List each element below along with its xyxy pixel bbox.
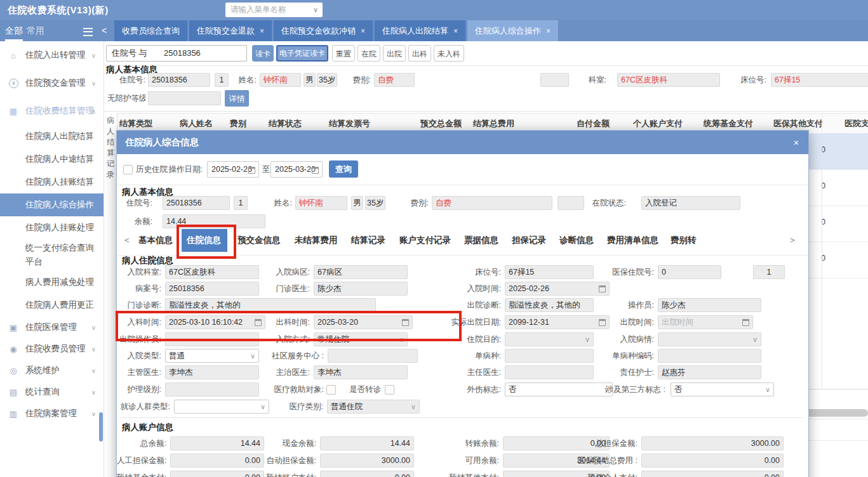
actual-discharge-date-field[interactable]: 2099-12-31	[505, 315, 610, 329]
close-icon[interactable]: ×	[787, 131, 806, 154]
dialog-tab[interactable]: 费用清单信息	[607, 229, 658, 252]
discharge-diagnosis-field[interactable]: 脂溢性皮炎，其他的	[505, 298, 594, 312]
admission-no-field[interactable]: 25018356	[163, 196, 230, 210]
sidebar-group-billing-settle[interactable]: ▦住院收费结算管理∧	[0, 97, 103, 125]
cash-balance-field[interactable]: 14.44	[320, 436, 414, 450]
doc-tab[interactable]: 住院病人综合操作×	[467, 20, 558, 41]
toolbar-button[interactable]: 电子凭证读卡	[276, 45, 328, 62]
menu-search-input[interactable]: 请输入菜单名称 ∨	[225, 3, 323, 17]
dialog-tab[interactable]: 基本信息	[138, 229, 173, 252]
sidebar-item[interactable]: 住院病人挂账结算	[0, 171, 103, 193]
total-guarantee-field[interactable]: 3000.00	[641, 436, 784, 450]
toolbar-button[interactable]: 重置	[332, 45, 355, 62]
doc-tab[interactable]: 住院预交金退款×	[189, 20, 272, 41]
single-disease-code-field[interactable]	[658, 349, 761, 363]
table-column-header[interactable]: 医院支付	[845, 114, 868, 134]
single-disease-field[interactable]	[505, 349, 594, 363]
clinic-diagnosis-field[interactable]: 脂溢性皮炎，其他的	[165, 298, 376, 312]
dialog-tab[interactable]: 住院信息	[187, 229, 221, 252]
history-stay-checkbox[interactable]	[123, 165, 133, 174]
total-balance-field[interactable]: 14.44	[170, 436, 264, 450]
treating-doctor-field[interactable]: 李坤杰	[314, 365, 408, 379]
bed-no-field[interactable]: 67择15	[505, 265, 594, 279]
tab-scroll-left-icon[interactable]: <	[102, 20, 107, 41]
date-to-input[interactable]: 2025-03-20	[270, 161, 323, 178]
detail-button[interactable]: 详情	[225, 90, 249, 107]
dialog-tab[interactable]: 结算记录	[351, 229, 385, 252]
toolbar-button[interactable]: 出院	[383, 45, 406, 62]
sidebar-item[interactable]: 住院病人综合操作	[0, 193, 103, 216]
query-button[interactable]: 查询	[329, 160, 358, 178]
admit-ward-field[interactable]: 67病区	[314, 265, 408, 279]
care-level-field[interactable]	[148, 91, 221, 105]
sidebar-group-insurance[interactable]: ▣住院医保管理∨	[0, 317, 103, 338]
toolbar-button[interactable]: 未入科	[434, 45, 464, 62]
presettle-fund-field[interactable]: 0.00	[170, 471, 264, 477]
manual-guarantee-field[interactable]: 0.00	[170, 454, 264, 467]
sidebar-group-stats[interactable]: ▤统计查询∨	[0, 381, 103, 403]
attending-doctor-field[interactable]: 李坤杰	[165, 365, 259, 379]
dialog-tab[interactable]: 账户支付记录	[399, 229, 451, 252]
close-icon[interactable]: ×	[260, 27, 264, 36]
menu-collapse-icon[interactable]	[83, 28, 93, 36]
charge-nurse-field[interactable]: 赵惠芬	[658, 365, 761, 379]
admission-no-field[interactable]: 25018356	[148, 73, 210, 87]
nav-filter-common[interactable]: 常用	[27, 20, 44, 41]
sidebar-item[interactable]: 病人费用减免处理	[0, 271, 103, 294]
nursing-level-field[interactable]	[165, 382, 259, 396]
dialog-tab[interactable]: 担保记录	[512, 229, 546, 252]
sidebar-group-prepay[interactable]: ¥住院预交金管理∨	[0, 69, 103, 97]
admit-type-select[interactable]: 普通∨	[165, 349, 259, 363]
fee-type-field[interactable]: 自费	[432, 196, 552, 210]
dialog-tab[interactable]: 诊断信息	[559, 229, 594, 252]
community-center-field[interactable]	[328, 349, 418, 363]
insurance-presettle-total-field[interactable]: 0.00	[641, 454, 784, 467]
third-party-flag-select[interactable]: 否∨	[671, 382, 774, 396]
query-value[interactable]: 25018356	[164, 46, 201, 61]
insurance-no-field[interactable]: 0	[658, 265, 721, 279]
medical-category-select[interactable]: 普通住院∨	[327, 400, 420, 414]
dialog-tab[interactable]: 票据信息	[464, 229, 498, 252]
dialog-tab[interactable]: 费别转	[671, 229, 697, 252]
admit-condition-select[interactable]: ∨	[658, 332, 761, 346]
admit-time-field[interactable]: 2025-02-26	[505, 282, 610, 296]
sidebar-group-records[interactable]: ▥住院病案管理∨	[0, 403, 103, 424]
patient-name-field[interactable]: 钟怀南	[295, 196, 347, 210]
doc-tab[interactable]: 收费员综合查询	[114, 20, 187, 41]
tab-scroll-left-icon[interactable]: <	[124, 229, 130, 252]
admit-mode-select[interactable]: 常规住院∨	[314, 332, 408, 346]
dept-exit-time-field[interactable]: 2025-03-20	[314, 315, 413, 329]
sidebar-scrollbar[interactable]	[99, 412, 103, 441]
vertical-side-tab[interactable]: 病人结算记录	[103, 113, 117, 389]
fee-type-field[interactable]: 自费	[374, 73, 415, 87]
visit-group-select[interactable]: ∨	[174, 400, 269, 414]
sidebar-item[interactable]: 住院病人中途结算	[0, 148, 103, 171]
nav-filter-all[interactable]: 全部	[5, 20, 23, 41]
tab-scroll-right-icon[interactable]: >	[790, 229, 795, 252]
clinic-doctor-field[interactable]: 陈少杰	[314, 282, 408, 296]
bed-no-field[interactable]: 67择15	[771, 73, 868, 87]
presettle-personal-field[interactable]: 0.00	[641, 471, 784, 477]
toolbar-button[interactable]: 在院	[357, 45, 380, 62]
sidebar-item[interactable]: 住院病人费用更正	[0, 294, 103, 317]
close-icon[interactable]: ×	[361, 27, 365, 36]
stay-purpose-select[interactable]: ∨	[505, 332, 594, 346]
record-no-field[interactable]: 25018356	[165, 282, 259, 296]
doc-tab[interactable]: 住院预交金收款冲销×	[274, 20, 373, 41]
sidebar-item[interactable]: 住院病人挂账处理	[0, 216, 103, 239]
patient-name-field[interactable]: 钟怀南	[260, 73, 301, 87]
chief-doctor-field[interactable]	[505, 365, 594, 379]
sidebar-item[interactable]: 住院病人出院结算	[0, 125, 103, 148]
close-icon[interactable]: ×	[453, 27, 458, 36]
dialog-tab[interactable]: 预交金信息	[237, 229, 281, 252]
admit-dept-field[interactable]: 67C区皮肤科	[165, 265, 259, 279]
operator-field[interactable]: 陈少杰	[658, 298, 761, 312]
discharge-time-field[interactable]: 出院时间	[658, 315, 753, 329]
inpatient-status-field[interactable]: 入院登记	[641, 196, 740, 210]
sidebar-item[interactable]: 统一支付综合查询平台	[0, 239, 103, 271]
department-field[interactable]: 67C区皮肤科	[617, 73, 720, 87]
medical-aid-checkbox[interactable]	[326, 385, 336, 395]
doc-tab[interactable]: 住院病人出院结算×	[375, 20, 465, 41]
dialog-tab[interactable]: 未结算费用	[295, 229, 338, 252]
dept-entry-time-field[interactable]: 2025-03-10 16:10:42	[165, 315, 265, 329]
